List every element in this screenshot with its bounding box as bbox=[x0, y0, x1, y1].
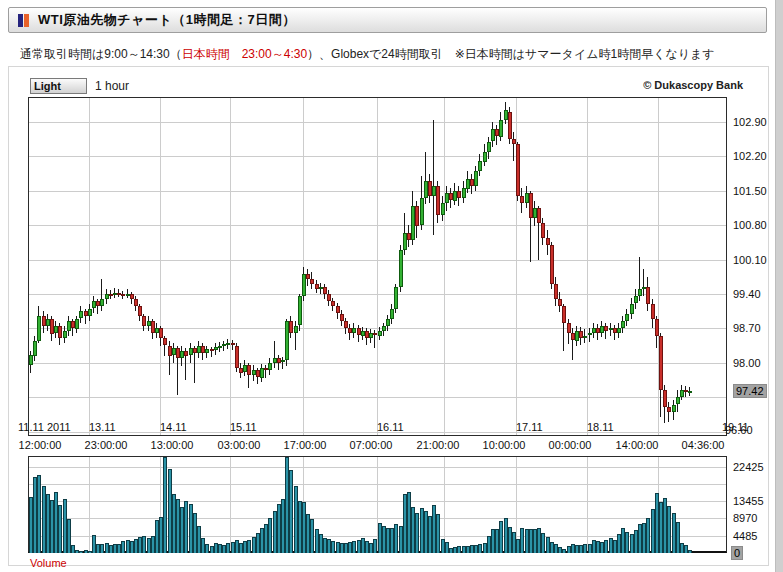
volume-bar bbox=[646, 518, 650, 553]
volume-bar bbox=[352, 541, 356, 553]
candle bbox=[352, 328, 356, 333]
candle bbox=[688, 391, 692, 393]
price-axis-label: 102.20 bbox=[733, 150, 767, 162]
candle bbox=[75, 319, 79, 329]
candle bbox=[634, 296, 638, 303]
volume-bar bbox=[499, 521, 503, 553]
candle bbox=[462, 188, 466, 198]
time-gridline bbox=[587, 98, 588, 435]
candle bbox=[420, 198, 424, 225]
candle bbox=[546, 238, 550, 245]
volume-bar bbox=[415, 513, 419, 553]
time-axis-label: 00:00:00 bbox=[549, 439, 592, 451]
volume-bar bbox=[100, 544, 104, 553]
date-axis-label: 11.11 2011 bbox=[18, 421, 71, 433]
time-axis-label: 03:00:00 bbox=[218, 439, 261, 451]
page-title: WTI原油先物チャート（1時間足：7日間） bbox=[38, 11, 296, 29]
volume-bar bbox=[268, 518, 272, 553]
time-axis-label: 21:00:00 bbox=[417, 439, 460, 451]
note-part2: ）、Globexで24時間取引 ※日本時間はサマータイム時1時間早くなります bbox=[307, 47, 714, 61]
volume-gridline bbox=[29, 501, 726, 502]
brand-flag-icon bbox=[18, 14, 23, 27]
candle-wick bbox=[101, 279, 102, 311]
candle bbox=[651, 304, 655, 319]
price-axis-label: 100.80 bbox=[733, 219, 767, 231]
volume-bar bbox=[310, 519, 314, 553]
volume-axis-title: Volume bbox=[30, 557, 67, 569]
candle bbox=[205, 349, 209, 353]
candle bbox=[588, 333, 592, 335]
candle bbox=[163, 338, 167, 345]
candle bbox=[646, 287, 650, 304]
time-axis-label: 07:00:00 bbox=[350, 439, 393, 451]
candle bbox=[554, 284, 558, 299]
candle bbox=[134, 299, 138, 306]
candle bbox=[399, 250, 403, 287]
candle bbox=[474, 171, 478, 186]
volume-bar bbox=[142, 536, 146, 553]
candle-wick bbox=[282, 357, 283, 369]
time-gridline bbox=[230, 98, 231, 435]
price-axis-label: 98.70 bbox=[733, 322, 761, 334]
price-axis-label: 99.40 bbox=[733, 288, 761, 300]
volume-bar bbox=[394, 524, 398, 553]
candle bbox=[625, 314, 629, 321]
candle-wick bbox=[223, 341, 224, 351]
candle bbox=[617, 328, 621, 333]
candle bbox=[676, 397, 680, 404]
page-edge-strip bbox=[775, 0, 783, 572]
candle bbox=[659, 336, 663, 390]
candle bbox=[621, 321, 625, 328]
candle bbox=[516, 144, 520, 196]
candle bbox=[88, 309, 92, 316]
volume-bar bbox=[604, 540, 608, 553]
volume-bar bbox=[331, 541, 335, 553]
candle bbox=[340, 314, 344, 321]
volume-bar bbox=[373, 539, 377, 553]
time-gridline bbox=[160, 98, 161, 435]
candle bbox=[604, 326, 608, 331]
candle bbox=[441, 203, 445, 215]
candle bbox=[562, 306, 566, 323]
candle bbox=[457, 191, 461, 198]
candle bbox=[218, 346, 222, 348]
price-axis-label: 98.00 bbox=[733, 357, 761, 369]
candle bbox=[289, 321, 293, 333]
candle bbox=[327, 294, 331, 301]
candle bbox=[121, 294, 125, 296]
candle bbox=[29, 355, 33, 365]
title-bar: WTI原油先物チャート（1時間足：7日間） bbox=[8, 7, 767, 33]
volume-bar bbox=[247, 540, 251, 553]
candle bbox=[235, 346, 239, 368]
volume-axis-label: 13455 bbox=[733, 495, 764, 507]
candle bbox=[310, 279, 314, 284]
candle bbox=[33, 341, 37, 356]
candle-wick bbox=[274, 341, 275, 368]
candle bbox=[79, 311, 83, 318]
date-axis-label: 13.11 bbox=[89, 421, 116, 433]
candle bbox=[37, 316, 41, 341]
price-axis-label: 101.50 bbox=[733, 185, 767, 197]
date-axis-label: 18.11 bbox=[587, 421, 614, 433]
candle bbox=[100, 299, 104, 306]
chart-style-selector[interactable]: Light bbox=[30, 78, 87, 94]
volume-bar bbox=[37, 475, 41, 553]
date-axis-label: 14.11 bbox=[160, 421, 187, 433]
volume-axis-label: 22425 bbox=[733, 461, 764, 473]
candle bbox=[537, 208, 541, 223]
candle bbox=[298, 296, 302, 325]
volume-bar bbox=[667, 506, 671, 553]
volume-bar bbox=[121, 541, 125, 553]
date-axis-label: 16.11 bbox=[377, 421, 404, 433]
time-axis-label: 10:00:00 bbox=[483, 439, 526, 451]
candle bbox=[567, 323, 571, 333]
time-gridline bbox=[444, 98, 445, 435]
candle bbox=[672, 405, 676, 412]
candle bbox=[58, 326, 62, 338]
time-axis-label: 14:00:00 bbox=[616, 439, 659, 451]
candle bbox=[344, 321, 348, 328]
price-axis-label: 100.10 bbox=[733, 254, 767, 266]
candle-wick bbox=[513, 132, 514, 161]
time-gridline bbox=[89, 98, 90, 435]
candle-wick bbox=[433, 120, 434, 235]
